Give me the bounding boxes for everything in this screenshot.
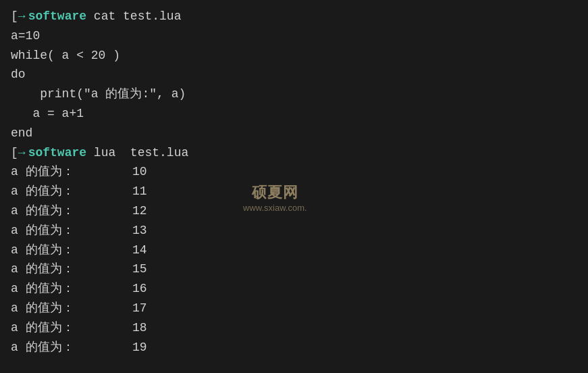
code-line-6: end xyxy=(11,124,577,143)
code-line-5: a = a+1 xyxy=(11,104,577,124)
output-14: a 的值为： 14 xyxy=(11,241,577,260)
username-2: software xyxy=(28,143,86,163)
code-line-1: a=10 xyxy=(11,26,577,46)
code-line-4: print("a 的值为:", a) xyxy=(11,84,577,104)
prompt-line-1: [→ software cat test.lua xyxy=(11,7,577,26)
output-12: a 的值为： 12 xyxy=(11,201,577,221)
terminal-window: [→ software cat test.lua a=10 while( a <… xyxy=(0,0,588,373)
code-line-2: while( a < 20 ) xyxy=(11,46,577,66)
cmd-1: cat test.lua xyxy=(86,7,181,26)
cmd-2: lua test.lua xyxy=(86,143,188,163)
bracket-open-1: [ xyxy=(11,7,18,26)
output-16: a 的值为： 16 xyxy=(11,279,577,299)
bracket-open-2: [ xyxy=(11,143,18,163)
username-1: software xyxy=(28,7,86,26)
output-19: a 的值为： 19 xyxy=(11,338,577,357)
output-18: a 的值为： 18 xyxy=(11,318,577,338)
output-17: a 的值为： 17 xyxy=(11,299,577,318)
output-15: a 的值为： 15 xyxy=(11,259,577,279)
code-line-3: do xyxy=(11,65,577,84)
output-11: a 的值为： 11 xyxy=(11,182,577,201)
arrow-1: → xyxy=(18,7,26,26)
output-13: a 的值为： 13 xyxy=(11,221,577,241)
prompt-line-2: [→ software lua test.lua xyxy=(11,143,577,163)
arrow-2: → xyxy=(18,143,26,163)
output-10: a 的值为： 10 xyxy=(11,162,577,182)
